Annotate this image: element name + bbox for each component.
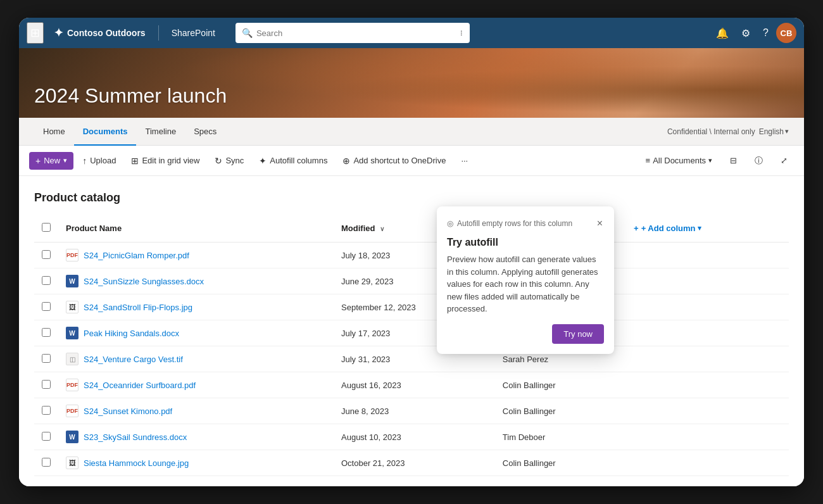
modified-date: October 21, 2023 bbox=[334, 450, 495, 476]
file-name[interactable]: S24_Venture Cargo Vest.tif bbox=[84, 355, 183, 364]
file-name[interactable]: S24_Sunset Kimono.pdf bbox=[84, 406, 172, 416]
settings-button[interactable]: ⚙ bbox=[736, 23, 755, 43]
popup-header-label: Autofill empty rows for this column bbox=[457, 219, 572, 228]
avatar[interactable]: CB bbox=[776, 23, 796, 43]
file-name-cell: ◫S24_Venture Cargo Vest.tif bbox=[66, 353, 326, 365]
row-checkbox[interactable] bbox=[42, 380, 51, 389]
table-row[interactable]: WS24_SunSizzle Sunglasses.docxJune 29, 2… bbox=[34, 268, 789, 294]
popup-close-button[interactable]: × bbox=[596, 217, 604, 230]
nav-item-specs[interactable]: Specs bbox=[185, 118, 225, 146]
nav-item-home[interactable]: Home bbox=[34, 118, 74, 146]
file-name-cell: PDFS24_Oceanrider Surfboard.pdf bbox=[66, 379, 326, 391]
nav-item-timeline[interactable]: Timeline bbox=[136, 118, 185, 146]
table-row[interactable]: PDFS24_Sunset Kimono.pdfJune 8, 2023Coli… bbox=[34, 398, 789, 424]
autofill-popup-icon: ◎ bbox=[447, 219, 453, 228]
new-button[interactable]: + New ▾ bbox=[29, 152, 73, 170]
file-name-cell: PDFS24_Sunset Kimono.pdf bbox=[66, 405, 326, 417]
sub-navigation: Home Documents Timeline Specs Confidenti… bbox=[19, 118, 804, 146]
extra-column bbox=[621, 424, 789, 450]
row-checkbox[interactable] bbox=[42, 458, 51, 467]
row-checkbox[interactable] bbox=[42, 302, 51, 311]
modified-date: June 8, 2023 bbox=[334, 398, 495, 424]
view-chevron-icon: ▾ bbox=[708, 156, 712, 165]
sub-nav-items: Home Documents Timeline Specs bbox=[34, 118, 667, 145]
nav-item-documents[interactable]: Documents bbox=[74, 118, 137, 146]
table-row[interactable]: PDFS24_Oceanrider Surfboard.pdfAugust 16… bbox=[34, 372, 789, 398]
table-row[interactable]: 🖼S24_SandStroll Flip-Flops.jpgSeptember … bbox=[34, 294, 789, 320]
autofill-popup: ◎ Autofill empty rows for this column × … bbox=[437, 206, 614, 354]
file-type-icon: W bbox=[66, 327, 79, 339]
row-checkbox[interactable] bbox=[42, 432, 51, 441]
autofill-icon: ✦ bbox=[259, 156, 267, 166]
sync-button[interactable]: ↻ Sync bbox=[208, 152, 250, 170]
select-all-checkbox[interactable] bbox=[42, 223, 51, 232]
app-name-label: Contoso Outdoors bbox=[67, 28, 146, 38]
file-type-icon: W bbox=[66, 431, 79, 443]
file-type-icon: ◫ bbox=[66, 353, 79, 365]
more-options-button[interactable]: ··· bbox=[455, 152, 474, 169]
checkbox-header bbox=[34, 215, 58, 243]
search-icon: 🔍 bbox=[242, 28, 253, 38]
filter-button[interactable]: ⊟ bbox=[724, 152, 743, 169]
file-name[interactable]: S24_SunSizzle Sunglasses.docx bbox=[84, 277, 204, 286]
modified-sort-icon: ∨ bbox=[380, 225, 384, 232]
row-checkbox[interactable] bbox=[42, 328, 51, 337]
extra-column bbox=[621, 372, 789, 398]
nav-icon-group: 🔔 ⚙ ? CB bbox=[711, 23, 796, 43]
add-column-header[interactable]: + + Add column ▾ bbox=[621, 215, 789, 243]
table-row[interactable]: 🖼Siesta Hammock Lounge.jpgOctober 21, 20… bbox=[34, 450, 789, 476]
waffle-menu-button[interactable]: ⊞ bbox=[27, 22, 44, 44]
notifications-button[interactable]: 🔔 bbox=[711, 23, 734, 43]
try-now-button[interactable]: Try now bbox=[552, 324, 604, 344]
hero-banner: 2024 Summer launch bbox=[19, 48, 804, 118]
upload-button[interactable]: ↑ Upload bbox=[76, 152, 122, 170]
table-row[interactable]: ◫S24_Venture Cargo Vest.tifJuly 31, 2023… bbox=[34, 346, 789, 372]
table-row[interactable]: PDFS24_PicnicGlam Romper.pdfJuly 18, 202… bbox=[34, 243, 789, 268]
grid-icon: ⊞ bbox=[131, 156, 139, 166]
plus-icon: + bbox=[35, 156, 41, 166]
view-selector[interactable]: ≡ All Documents ▾ bbox=[639, 152, 719, 169]
file-type-icon: 🖼 bbox=[66, 457, 79, 469]
popup-title: Try autofill bbox=[447, 237, 604, 248]
table-row[interactable]: WS23_SkySail Sundress.docxAugust 10, 202… bbox=[34, 424, 789, 450]
help-button[interactable]: ? bbox=[758, 23, 774, 42]
modified-by: Colin Ballinger bbox=[495, 398, 621, 424]
info-button[interactable]: ⓘ bbox=[748, 151, 769, 170]
popup-description: Preview how autofill can generate values… bbox=[447, 253, 604, 315]
nav-divider bbox=[158, 25, 159, 41]
file-name[interactable]: S24_SandStroll Flip-Flops.jpg bbox=[84, 303, 192, 312]
file-type-icon: PDF bbox=[66, 249, 79, 261]
product-name-header[interactable]: Product Name bbox=[58, 215, 334, 243]
search-filter-icon[interactable]: ⫶ bbox=[460, 28, 463, 37]
modified-by: Tim Deboer bbox=[495, 424, 621, 450]
row-checkbox[interactable] bbox=[42, 250, 51, 259]
file-name[interactable]: S23_SkySail Sundress.docx bbox=[84, 432, 187, 442]
row-checkbox[interactable] bbox=[42, 406, 51, 415]
autofill-columns-button[interactable]: ✦ Autofill columns bbox=[253, 152, 334, 170]
add-shortcut-button[interactable]: ⊕ Add shortcut to OneDrive bbox=[336, 152, 452, 170]
add-col-chevron-icon: ▾ bbox=[698, 224, 701, 232]
extra-column bbox=[621, 398, 789, 424]
file-name-cell: WS24_SunSizzle Sunglasses.docx bbox=[66, 275, 326, 287]
add-icon: + bbox=[634, 224, 639, 233]
table-row[interactable]: WPeak Hiking Sandals.docxJuly 17, 2023Sa… bbox=[34, 320, 789, 346]
file-name[interactable]: S24_PicnicGlam Romper.pdf bbox=[84, 251, 189, 260]
search-input[interactable] bbox=[256, 28, 456, 38]
fullscreen-button[interactable]: ⤢ bbox=[774, 152, 794, 169]
file-name[interactable]: Siesta Hammock Lounge.jpg bbox=[84, 458, 189, 468]
extra-column bbox=[621, 243, 789, 268]
file-name[interactable]: Peak Hiking Sandals.docx bbox=[84, 329, 179, 338]
row-checkbox[interactable] bbox=[42, 354, 51, 363]
product-name-label: SharePoint bbox=[166, 28, 220, 38]
extra-column bbox=[621, 450, 789, 476]
file-type-icon: PDF bbox=[66, 379, 79, 391]
edit-grid-button[interactable]: ⊞ Edit in grid view bbox=[125, 152, 206, 170]
app-logo[interactable]: ✦ Contoso Outdoors bbox=[49, 26, 151, 40]
language-selector[interactable]: English ▾ bbox=[759, 127, 789, 136]
file-name-cell: WS23_SkySail Sundress.docx bbox=[66, 431, 326, 443]
file-type-icon: 🖼 bbox=[66, 301, 79, 313]
chevron-down-icon: ▾ bbox=[785, 127, 789, 135]
file-name-cell: PDFS24_PicnicGlam Romper.pdf bbox=[66, 249, 326, 261]
row-checkbox[interactable] bbox=[42, 276, 51, 285]
file-name[interactable]: S24_Oceanrider Surfboard.pdf bbox=[84, 381, 196, 390]
